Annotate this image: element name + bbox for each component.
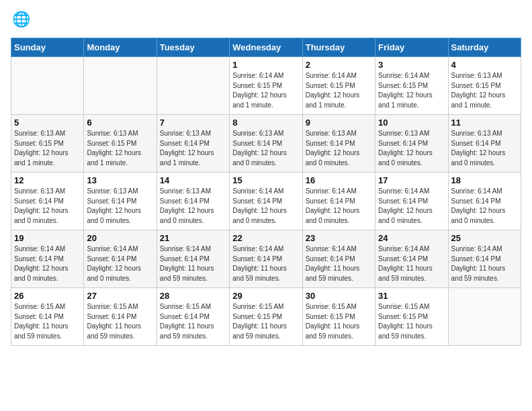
day-header-thursday: Thursday (302, 38, 375, 57)
calendar-cell: 18Sunrise: 6:14 AM Sunset: 6:14 PM Dayli… (448, 173, 521, 230)
calendar-cell: 16Sunrise: 6:14 AM Sunset: 6:14 PM Dayli… (302, 173, 375, 230)
calendar-cell: 1Sunrise: 6:14 AM Sunset: 6:15 PM Daylig… (230, 57, 302, 115)
calendar-cell: 3Sunrise: 6:14 AM Sunset: 6:15 PM Daylig… (375, 57, 448, 115)
day-header-tuesday: Tuesday (157, 38, 229, 57)
day-info: Sunrise: 6:15 AM Sunset: 6:15 PM Dayligh… (378, 302, 445, 341)
day-info: Sunrise: 6:15 AM Sunset: 6:15 PM Dayligh… (306, 302, 372, 341)
calendar-cell: 30Sunrise: 6:15 AM Sunset: 6:15 PM Dayli… (302, 288, 375, 346)
day-number: 15 (232, 175, 299, 185)
day-number: 25 (451, 233, 518, 243)
calendar-cell: 17Sunrise: 6:14 AM Sunset: 6:14 PM Dayli… (375, 173, 448, 230)
calendar-cell: 23Sunrise: 6:14 AM Sunset: 6:14 PM Dayli… (302, 230, 375, 288)
calendar-cell: 27Sunrise: 6:15 AM Sunset: 6:14 PM Dayli… (84, 288, 157, 346)
day-number: 2 (306, 60, 372, 70)
day-info: Sunrise: 6:13 AM Sunset: 6:15 PM Dayligh… (451, 71, 518, 110)
day-number: 31 (378, 291, 445, 301)
day-number: 29 (232, 291, 299, 301)
day-number: 24 (378, 233, 445, 243)
day-info: Sunrise: 6:13 AM Sunset: 6:14 PM Dayligh… (306, 129, 372, 168)
week-row-1: 1Sunrise: 6:14 AM Sunset: 6:15 PM Daylig… (11, 57, 521, 115)
day-info: Sunrise: 6:14 AM Sunset: 6:15 PM Dayligh… (378, 71, 445, 110)
calendar-cell: 21Sunrise: 6:14 AM Sunset: 6:14 PM Dayli… (157, 230, 229, 288)
calendar-cell: 26Sunrise: 6:15 AM Sunset: 6:14 PM Dayli… (11, 288, 84, 346)
day-number: 13 (87, 175, 153, 185)
day-info: Sunrise: 6:14 AM Sunset: 6:14 PM Dayligh… (160, 244, 226, 283)
day-number: 23 (306, 233, 372, 243)
day-number: 6 (87, 118, 153, 128)
day-number: 8 (232, 118, 299, 128)
day-header-sunday: Sunday (11, 38, 84, 57)
header-row: SundayMondayTuesdayWednesdayThursdayFrid… (11, 38, 521, 57)
day-info: Sunrise: 6:14 AM Sunset: 6:14 PM Dayligh… (451, 244, 518, 283)
calendar-cell (448, 288, 521, 346)
calendar-cell: 31Sunrise: 6:15 AM Sunset: 6:15 PM Dayli… (375, 288, 448, 346)
day-info: Sunrise: 6:13 AM Sunset: 6:14 PM Dayligh… (160, 129, 226, 168)
day-number: 9 (306, 118, 372, 128)
day-number: 26 (14, 291, 81, 301)
day-number: 27 (87, 291, 153, 301)
calendar-cell (157, 57, 229, 115)
logo-icon: 🌐 (11, 11, 30, 30)
calendar-cell: 20Sunrise: 6:14 AM Sunset: 6:14 PM Dayli… (84, 230, 157, 288)
calendar-cell: 4Sunrise: 6:13 AM Sunset: 6:15 PM Daylig… (448, 57, 521, 115)
day-number: 1 (232, 60, 299, 70)
day-number: 22 (232, 233, 299, 243)
calendar-cell (84, 57, 157, 115)
calendar-cell: 9Sunrise: 6:13 AM Sunset: 6:14 PM Daylig… (302, 115, 375, 173)
day-header-saturday: Saturday (448, 38, 521, 57)
day-info: Sunrise: 6:13 AM Sunset: 6:14 PM Dayligh… (232, 129, 299, 168)
day-number: 21 (160, 233, 226, 243)
day-info: Sunrise: 6:15 AM Sunset: 6:14 PM Dayligh… (160, 302, 226, 341)
day-number: 11 (451, 118, 518, 128)
day-info: Sunrise: 6:15 AM Sunset: 6:15 PM Dayligh… (232, 302, 299, 341)
day-info: Sunrise: 6:14 AM Sunset: 6:14 PM Dayligh… (232, 187, 299, 226)
calendar-cell: 13Sunrise: 6:13 AM Sunset: 6:14 PM Dayli… (84, 173, 157, 230)
calendar-cell: 8Sunrise: 6:13 AM Sunset: 6:14 PM Daylig… (230, 115, 302, 173)
day-header-friday: Friday (375, 38, 448, 57)
day-info: Sunrise: 6:14 AM Sunset: 6:14 PM Dayligh… (87, 244, 153, 283)
calendar-cell (11, 57, 84, 115)
day-info: Sunrise: 6:13 AM Sunset: 6:14 PM Dayligh… (378, 129, 445, 168)
day-number: 14 (160, 175, 226, 185)
day-number: 20 (87, 233, 153, 243)
day-info: Sunrise: 6:14 AM Sunset: 6:14 PM Dayligh… (232, 244, 299, 283)
day-info: Sunrise: 6:14 AM Sunset: 6:14 PM Dayligh… (451, 187, 518, 226)
day-number: 30 (306, 291, 372, 301)
day-number: 28 (160, 291, 226, 301)
calendar-cell: 12Sunrise: 6:13 AM Sunset: 6:14 PM Dayli… (11, 173, 84, 230)
day-header-monday: Monday (84, 38, 157, 57)
svg-text:🌐: 🌐 (12, 11, 30, 28)
header: 🌐 (11, 11, 521, 30)
day-number: 7 (160, 118, 226, 128)
calendar-cell: 10Sunrise: 6:13 AM Sunset: 6:14 PM Dayli… (375, 115, 448, 173)
calendar-cell: 22Sunrise: 6:14 AM Sunset: 6:14 PM Dayli… (230, 230, 302, 288)
day-info: Sunrise: 6:15 AM Sunset: 6:14 PM Dayligh… (14, 302, 81, 341)
day-header-wednesday: Wednesday (230, 38, 302, 57)
day-info: Sunrise: 6:14 AM Sunset: 6:14 PM Dayligh… (378, 244, 445, 283)
day-info: Sunrise: 6:14 AM Sunset: 6:14 PM Dayligh… (378, 187, 445, 226)
day-number: 19 (14, 233, 81, 243)
day-info: Sunrise: 6:13 AM Sunset: 6:15 PM Dayligh… (87, 129, 153, 168)
day-info: Sunrise: 6:13 AM Sunset: 6:14 PM Dayligh… (87, 187, 153, 226)
logo: 🌐 (11, 11, 32, 30)
calendar-cell: 24Sunrise: 6:14 AM Sunset: 6:14 PM Dayli… (375, 230, 448, 288)
calendar-cell: 2Sunrise: 6:14 AM Sunset: 6:15 PM Daylig… (302, 57, 375, 115)
week-row-4: 19Sunrise: 6:14 AM Sunset: 6:14 PM Dayli… (11, 230, 521, 288)
week-row-5: 26Sunrise: 6:15 AM Sunset: 6:14 PM Dayli… (11, 288, 521, 346)
day-number: 10 (378, 118, 445, 128)
calendar-cell: 15Sunrise: 6:14 AM Sunset: 6:14 PM Dayli… (230, 173, 302, 230)
day-number: 16 (306, 175, 372, 185)
calendar-cell: 11Sunrise: 6:13 AM Sunset: 6:14 PM Dayli… (448, 115, 521, 173)
calendar-cell: 6Sunrise: 6:13 AM Sunset: 6:15 PM Daylig… (84, 115, 157, 173)
calendar-cell: 14Sunrise: 6:13 AM Sunset: 6:14 PM Dayli… (157, 173, 229, 230)
week-row-3: 12Sunrise: 6:13 AM Sunset: 6:14 PM Dayli… (11, 173, 521, 230)
calendar-cell: 29Sunrise: 6:15 AM Sunset: 6:15 PM Dayli… (230, 288, 302, 346)
day-info: Sunrise: 6:15 AM Sunset: 6:14 PM Dayligh… (87, 302, 153, 341)
calendar-cell: 5Sunrise: 6:13 AM Sunset: 6:15 PM Daylig… (11, 115, 84, 173)
day-number: 3 (378, 60, 445, 70)
day-number: 17 (378, 175, 445, 185)
day-info: Sunrise: 6:14 AM Sunset: 6:14 PM Dayligh… (306, 244, 372, 283)
day-number: 5 (14, 118, 81, 128)
calendar-cell: 19Sunrise: 6:14 AM Sunset: 6:14 PM Dayli… (11, 230, 84, 288)
calendar-cell: 28Sunrise: 6:15 AM Sunset: 6:14 PM Dayli… (157, 288, 229, 346)
